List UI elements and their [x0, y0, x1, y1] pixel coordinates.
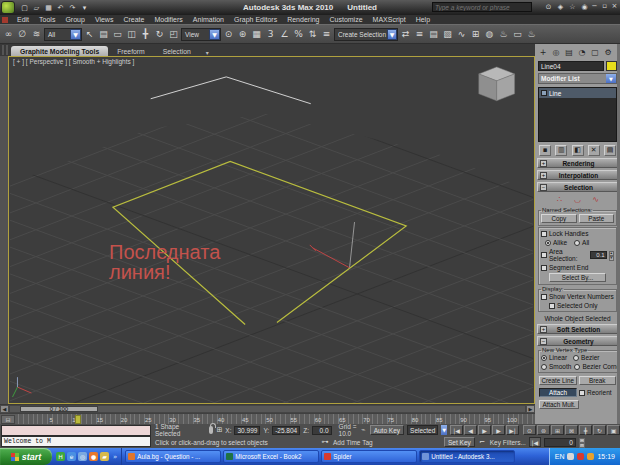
object-name-field[interactable]: Line04 [538, 61, 604, 71]
ribbon-tab[interactable]: Selection [154, 46, 200, 56]
taskbar-task[interactable]: Microsoft Excel - Book2 [223, 450, 319, 463]
language-indicator[interactable]: EN [555, 453, 565, 460]
modify-tab-icon[interactable]: ◎ [550, 46, 562, 58]
attach-button[interactable]: Attach [539, 388, 577, 397]
chevron-down-icon[interactable]: ▼ [209, 29, 220, 40]
vertex-subobject-icon[interactable]: ∴ [554, 194, 566, 205]
keyboard-shortcut-override-icon[interactable]: ▦ [250, 26, 263, 42]
lock-handles-checkbox[interactable] [541, 231, 547, 237]
communication-center-icon[interactable]: ◈ [555, 1, 566, 12]
set-key-button[interactable]: Set Key [444, 437, 475, 447]
orbit-icon[interactable]: ↻ [593, 425, 606, 435]
edit-named-selection-sets-icon[interactable]: ≡ [320, 26, 333, 42]
open-file-icon[interactable]: ▱ [31, 2, 42, 13]
attach-mult-button[interactable]: Attach Mult. [539, 400, 579, 409]
taskbar-task[interactable]: Untitled - Autodesk 3... [419, 450, 515, 463]
rollout-geometry[interactable]: −Geometry [537, 336, 618, 346]
ribbon-tab[interactable]: Graphite Modeling Tools [11, 46, 108, 56]
previous-frame-icon[interactable]: ◀ [464, 425, 477, 435]
segment-subobject-icon[interactable]: ◡ [572, 194, 584, 205]
object-color-swatch[interactable] [606, 61, 617, 71]
schematic-view-icon[interactable]: ⊞ [469, 26, 482, 42]
time-slider-handle[interactable]: 0 / 100 [20, 406, 98, 412]
chevron-down-icon[interactable]: ▼ [606, 74, 616, 83]
tray-icon-orange[interactable] [587, 453, 594, 460]
menu-item[interactable]: Group [60, 16, 89, 23]
minimize-button[interactable]: − [590, 1, 599, 10]
all-radio[interactable] [574, 240, 580, 246]
go-to-start-icon[interactable]: |◀ [529, 437, 541, 447]
new-scene-icon[interactable]: ▢ [19, 2, 30, 13]
angle-snap-icon[interactable]: ∠ [278, 26, 291, 42]
rollout-interpolation[interactable]: +Interpolation [537, 170, 618, 180]
create-line-button[interactable]: Create Line [539, 376, 577, 385]
break-button[interactable]: Break [579, 376, 617, 385]
chevron-down-icon[interactable]: ▼ [70, 29, 81, 40]
reorient-checkbox[interactable] [579, 390, 585, 396]
zoom-extents-all-icon[interactable]: ⊠ [565, 425, 578, 435]
help-icon[interactable]: ◉ [579, 1, 590, 12]
set-key-mode-icon[interactable]: ⌐ [478, 437, 487, 447]
ribbon-minimize-icon[interactable]: ▾ [206, 49, 209, 56]
select-by-name-icon[interactable]: ▤ [97, 26, 110, 42]
collapse-icon[interactable]: − [540, 184, 547, 191]
menu-item[interactable]: Help [411, 16, 435, 23]
modifier-stack-item[interactable]: Line [539, 88, 616, 98]
pan-view-icon[interactable]: ╋ [579, 425, 592, 435]
zoom-all-icon[interactable]: ⊚ [537, 425, 550, 435]
select-and-scale-icon[interactable]: ◰ [167, 26, 180, 42]
spline-subobject-icon[interactable]: ∿ [590, 194, 602, 205]
smooth-radio[interactable] [541, 364, 547, 370]
curve-editor-icon[interactable]: ∿ [455, 26, 468, 42]
menu-item[interactable]: Modifiers [149, 16, 187, 23]
z-coordinate-field[interactable]: 0.0 [312, 426, 332, 435]
render-setup-icon[interactable]: ♨ [497, 26, 510, 42]
go-to-start-icon[interactable]: |◀ [450, 425, 463, 435]
rollout-selection[interactable]: −Selection [537, 182, 618, 192]
next-frame-icon[interactable]: ▶ [492, 425, 505, 435]
perspective-viewport[interactable]: [ + ] [ Perspective ] [ Smooth + Highlig… [8, 56, 535, 404]
alike-radio[interactable] [545, 240, 551, 246]
quick-launch-h-icon[interactable]: H [56, 452, 65, 461]
search-input[interactable] [432, 2, 532, 12]
maximize-viewport-icon[interactable]: ▣ [607, 425, 620, 435]
bezier-corner-radio[interactable] [574, 364, 580, 370]
go-to-end-icon[interactable]: ▶| [506, 425, 519, 435]
align-icon[interactable]: ≡ [413, 26, 426, 42]
create-tab-icon[interactable]: + [537, 46, 549, 58]
rollout-soft-selection[interactable]: +Soft Selection [537, 324, 618, 334]
rollout-rendering[interactable]: +Rendering [537, 158, 618, 168]
collapse-icon[interactable]: − [540, 338, 547, 345]
pin-stack-icon[interactable]: ▪ [539, 145, 551, 156]
taskbar-task[interactable]: Spider [321, 450, 417, 463]
select-object-icon[interactable]: ↖ [83, 26, 96, 42]
firefox-icon[interactable]: ● [89, 452, 98, 461]
save-file-icon[interactable]: ▦ [43, 2, 54, 13]
maxscript-mini-listener-macro[interactable] [1, 425, 151, 436]
search-icon[interactable]: ⊙ [543, 1, 554, 12]
taskbar-task[interactable]: Aula.bg - Question - ... [125, 450, 221, 463]
motion-tab-icon[interactable]: ◔ [576, 46, 588, 58]
select-and-rotate-icon[interactable]: ↻ [153, 26, 166, 42]
add-time-tag-text[interactable]: Add Time Tag [333, 439, 391, 446]
3ds-max-logo-icon[interactable] [1, 1, 15, 14]
quick-launch-overflow-icon[interactable]: » [113, 453, 117, 461]
named-selection-sets-dropdown[interactable]: Create Selection Se ▼ [334, 28, 398, 41]
messenger-icon[interactable]: ◎ [78, 452, 87, 461]
favorites-icon[interactable]: ☆ [567, 1, 578, 12]
select-and-manipulate-icon[interactable]: ⊛ [236, 26, 249, 42]
y-coordinate-field[interactable]: -25.804 [272, 426, 300, 435]
area-selection-value[interactable]: 0.1 [590, 251, 606, 259]
menu-item[interactable]: Tools [34, 16, 60, 23]
restore-button[interactable]: ▫ [600, 1, 609, 10]
configure-modifier-sets-icon[interactable]: ▤ [604, 145, 616, 156]
make-unique-icon[interactable]: ◧ [572, 145, 584, 156]
window-crossing-icon[interactable]: ◫ [125, 26, 138, 42]
paste-button[interactable]: Paste [579, 214, 615, 223]
previous-frame-arrow[interactable]: ◀ [0, 405, 9, 413]
selected-only-checkbox[interactable] [549, 303, 555, 309]
selection-filter-dropdown[interactable]: All ▼ [44, 28, 82, 41]
menu-item[interactable]: Customize [324, 16, 367, 23]
current-frame-field[interactable]: 0 [544, 438, 576, 447]
mirror-icon[interactable]: ⇄ [399, 26, 412, 42]
